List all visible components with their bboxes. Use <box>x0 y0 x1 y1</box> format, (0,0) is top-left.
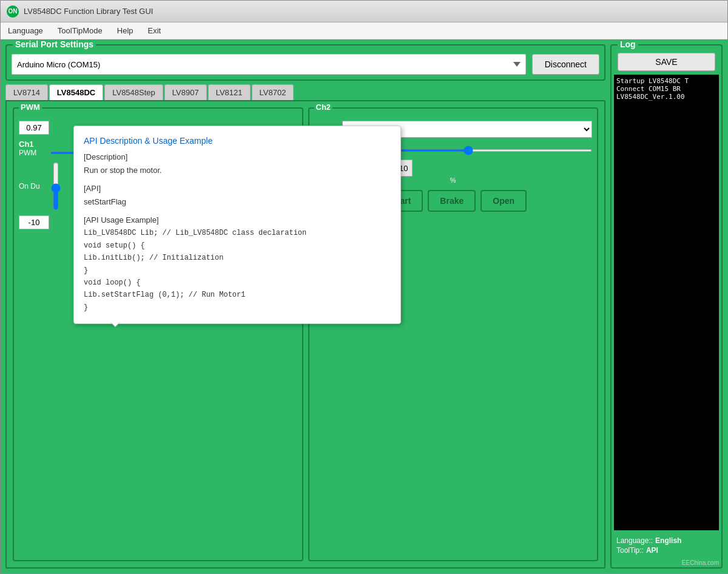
log-display: Startup LV8548DC T Connect COM15 BR LV85… <box>614 75 719 530</box>
ch1-duty-value: -10 <box>19 215 49 229</box>
log-section: Log SAVE Startup LV8548DC T Connect COM1… <box>610 44 723 569</box>
log-tooltip-row: ToolTip:: API <box>616 546 716 555</box>
serial-port-title: Serial Port Settings <box>13 39 96 49</box>
tab-bar: LV8714 LV8548DC LV8548Step LV8907 LV8121… <box>5 84 605 100</box>
tooltip-description-text: Run or stop the motor. <box>84 166 162 175</box>
ch1-panel-title: PWM <box>19 103 42 112</box>
main-content: Serial Port Settings Arduino Micro (COM1… <box>1 39 727 573</box>
menu-bar: Language ToolTipMode Help Exit <box>1 22 727 39</box>
ch1-pwm-value: 0.97 <box>19 121 49 135</box>
serial-port-section: Serial Port Settings Arduino Micro (COM1… <box>5 44 605 81</box>
disconnect-button[interactable]: Disconnect <box>532 54 599 75</box>
ch1-pwm-label: PWM <box>19 149 46 157</box>
log-language-val: English <box>655 536 681 545</box>
main-window: ON LV8548DC Function Library Test GUI La… <box>0 0 728 574</box>
log-language-row: Language:: English <box>616 536 716 545</box>
tooltip-usage-code: Lib_LV8548DC Lib; // Lib_LV8548DC class … <box>84 227 391 314</box>
save-button[interactable]: SAVE <box>618 53 715 71</box>
ch1-onduty-label: On Du <box>19 182 46 191</box>
menu-tooltipmode[interactable]: ToolTipMode <box>55 25 105 36</box>
tab-lv8121[interactable]: LV8121 <box>208 84 251 100</box>
ch2-panel-title: Ch2 <box>314 103 333 112</box>
tooltip-description-label: [Description] <box>84 150 391 164</box>
menu-language[interactable]: Language <box>5 25 46 36</box>
app-icon: ON <box>7 5 19 18</box>
ch1-label: Ch1 <box>19 140 34 149</box>
tooltip-body: [Description] Run or stop the motor. [AP… <box>84 150 391 314</box>
ch2-brake-button[interactable]: Brake <box>428 190 476 212</box>
tab-content: API Description & Usage Example [Descrip… <box>5 100 605 569</box>
tab-lv8702[interactable]: LV8702 <box>252 84 294 100</box>
window-title: LV8548DC Function Library Test GUI <box>24 7 153 16</box>
eechina-label: EEChina.com <box>612 558 721 567</box>
log-text: Startup LV8548DC T Connect COM15 BR LV85… <box>616 77 716 101</box>
port-select[interactable]: Arduino Micro (COM15) <box>12 54 526 75</box>
tab-lv8714[interactable]: LV8714 <box>5 84 48 100</box>
tooltip-api-label: [API] <box>84 182 391 195</box>
tooltip-title: API Description & Usage Example <box>84 136 391 146</box>
tab-lv8548dc[interactable]: LV8548DC <box>49 84 103 100</box>
serial-port-row: Arduino Micro (COM15) Disconnect <box>12 54 599 75</box>
log-footer: Language:: English ToolTip:: API <box>612 533 721 558</box>
tab-lv8907[interactable]: LV8907 <box>164 84 207 100</box>
right-panel: Log SAVE Startup LV8548DC T Connect COM1… <box>610 44 723 569</box>
log-section-title: Log <box>618 39 638 49</box>
tab-lv8548step[interactable]: LV8548Step <box>104 84 163 100</box>
left-panel: Serial Port Settings Arduino Micro (COM1… <box>5 44 605 569</box>
tooltip-api-name: setStartFlag <box>84 197 126 206</box>
ch1-onduty-slider[interactable] <box>50 162 62 211</box>
tabs-area: LV8714 LV8548DC LV8548Step LV8907 LV8121… <box>5 84 605 569</box>
menu-help[interactable]: Help <box>115 25 136 36</box>
log-tooltip-key: ToolTip:: <box>616 546 644 555</box>
menu-exit[interactable]: Exit <box>146 25 164 36</box>
log-tooltip-val: API <box>646 546 658 555</box>
ch1-onduty-slider-wrap <box>50 162 62 211</box>
log-language-key: Language:: <box>616 536 653 545</box>
title-bar: ON LV8548DC Function Library Test GUI <box>1 1 727 22</box>
ch2-open-button[interactable]: Open <box>480 190 527 212</box>
tooltip-popup: API Description & Usage Example [Descrip… <box>73 126 401 324</box>
tooltip-usage-label: [API Usage Example] <box>84 214 391 227</box>
